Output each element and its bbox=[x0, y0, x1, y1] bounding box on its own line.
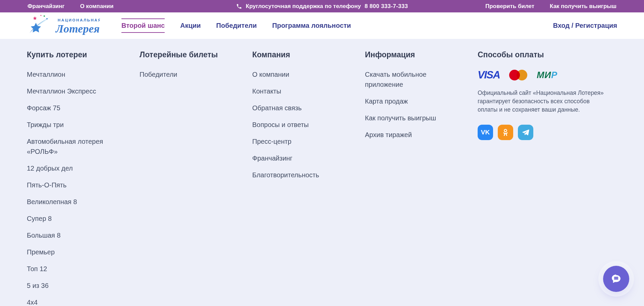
footer-link[interactable]: Контакты bbox=[252, 86, 350, 96]
footer-column-buy: Купить лотереи МечталлионМечталлион Эксп… bbox=[27, 50, 140, 306]
footer-link[interactable]: Топ 12 bbox=[27, 264, 125, 274]
topbar-link[interactable]: Как получить выигрыш bbox=[550, 3, 616, 10]
footer-column-company: Компания О компанииКонтактыОбратная связ… bbox=[252, 50, 365, 187]
footer-link[interactable]: Пресс-центр bbox=[252, 136, 350, 146]
visa-logo: VISA bbox=[478, 69, 500, 81]
footer-link[interactable]: О компании bbox=[252, 69, 350, 79]
footer-link[interactable]: Трижды три bbox=[27, 120, 125, 130]
support-block: Круглосуточная поддержка по телефону 8 8… bbox=[236, 3, 408, 10]
footer-link[interactable]: Архив тиражей bbox=[365, 130, 463, 140]
footer-link[interactable]: 5 из 36 bbox=[27, 281, 125, 291]
chat-bubble-icon bbox=[610, 273, 622, 285]
footer-link[interactable]: Мечталлион Экспресс bbox=[27, 86, 125, 96]
footer-link[interactable]: Победители bbox=[140, 69, 237, 79]
logo-text-top: НАЦИОНАЛЬНАЯ bbox=[58, 18, 100, 22]
footer-link[interactable]: Карта продаж bbox=[365, 96, 463, 106]
footer-link[interactable]: 12 добрых дел bbox=[27, 163, 125, 173]
footer-column-payments: Способы оплаты VISA МИР Официальный сайт… bbox=[478, 50, 617, 140]
support-text: Круглосуточная поддержка по телефону bbox=[246, 3, 361, 10]
ok-icon[interactable] bbox=[498, 125, 513, 140]
topbar-left-links: ФранчайзингО компании bbox=[28, 3, 114, 10]
logo[interactable]: НАЦИОНАЛЬНАЯ Лотерея bbox=[27, 14, 100, 37]
telegram-icon[interactable] bbox=[518, 125, 533, 140]
login-register-link[interactable]: Вход / Регистрация bbox=[553, 22, 617, 29]
nav-link[interactable]: Программа лояльности bbox=[272, 18, 351, 33]
footer-column-tickets: Лотерейные билеты Победители bbox=[140, 50, 252, 86]
footer-link[interactable]: Пять-О-Пять bbox=[27, 180, 125, 190]
logo-text-script: Лотерея bbox=[55, 22, 100, 35]
payment-logos: VISA МИР bbox=[478, 69, 617, 81]
phone-icon bbox=[236, 3, 242, 9]
chat-fab-button[interactable] bbox=[603, 266, 629, 292]
social-links: VK bbox=[478, 125, 617, 140]
site-header: НАЦИОНАЛЬНАЯ Лотерея Второй шансАкцииПоб… bbox=[0, 12, 644, 39]
footer-link[interactable]: Форсаж 75 bbox=[27, 103, 125, 113]
topbar-link[interactable]: О компании bbox=[80, 3, 114, 10]
footer-column-title: Лотерейные билеты bbox=[140, 50, 252, 59]
topbar-link[interactable]: Проверить билет bbox=[485, 3, 534, 10]
footer-link[interactable]: 4х4 bbox=[27, 297, 125, 306]
footer-column-title: Информация bbox=[365, 50, 478, 59]
payments-title: Способы оплаты bbox=[478, 50, 617, 59]
footer-link[interactable]: Скачать мобильное приложение bbox=[365, 69, 463, 89]
footer-link[interactable]: Автомобильная лотерея «РОЛЬФ» bbox=[27, 136, 125, 157]
footer-link[interactable]: Как получить выигрыш bbox=[365, 113, 463, 123]
topbar-link[interactable]: Франчайзинг bbox=[28, 3, 65, 10]
footer-column-title: Компания bbox=[252, 50, 365, 59]
footer-link[interactable]: Большая 8 bbox=[27, 230, 125, 240]
footer-column-info: Информация Скачать мобильное приложениеК… bbox=[365, 50, 478, 146]
footer-column-title: Купить лотереи bbox=[27, 50, 140, 59]
mastercard-logo bbox=[509, 70, 527, 80]
nav-link[interactable]: Акции bbox=[180, 18, 201, 33]
vk-icon[interactable]: VK bbox=[478, 125, 493, 140]
mir-logo: МИР bbox=[537, 70, 557, 80]
footer-link[interactable]: Премьер bbox=[27, 247, 125, 257]
main-nav: Второй шансАкцииПобедителиПрограмма лоял… bbox=[121, 18, 351, 33]
footer-link[interactable]: Супер 8 bbox=[27, 213, 125, 224]
nav-link[interactable]: Победители bbox=[216, 18, 257, 33]
topbar-right-links: Проверить билетКак получить выигрыш bbox=[485, 3, 616, 10]
footer-link[interactable]: Обратная связь bbox=[252, 103, 350, 113]
footer-link[interactable]: Вопросы и ответы bbox=[252, 120, 350, 130]
footer-link[interactable]: Франчайзинг bbox=[252, 153, 350, 163]
payments-disclaimer: Официальный сайт «Национальная Лотерея» … bbox=[478, 89, 606, 114]
comet-icon bbox=[30, 15, 50, 33]
footer-link[interactable]: Мечталлион bbox=[27, 69, 125, 79]
support-phone-number[interactable]: 8 800 333-7-333 bbox=[365, 3, 408, 10]
footer-mega-menu: Купить лотереи МечталлионМечталлион Эксп… bbox=[0, 39, 644, 306]
top-bar: ФранчайзингО компании Круглосуточная под… bbox=[0, 0, 644, 12]
footer-link[interactable]: Великолепная 8 bbox=[27, 197, 125, 207]
footer-link[interactable]: Благотворительность bbox=[252, 170, 350, 180]
nav-link[interactable]: Второй шанс bbox=[121, 18, 165, 33]
